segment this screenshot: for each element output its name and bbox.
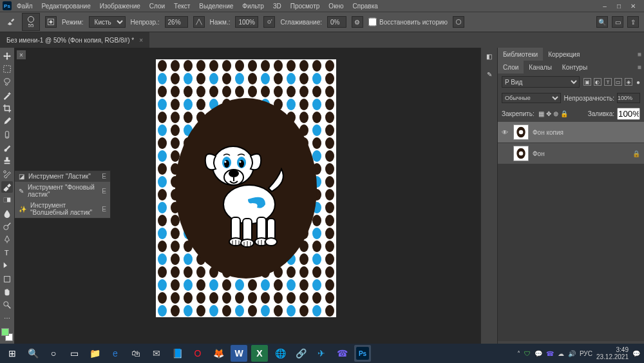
edit-toolbar-icon[interactable]: ⋯ xyxy=(1,313,13,324)
layer-row-bg[interactable]: Фон 🔒 xyxy=(498,143,644,164)
excel-icon[interactable]: X xyxy=(251,345,268,362)
layer-name[interactable]: Фон xyxy=(533,150,545,157)
history-brush-tool[interactable] xyxy=(1,168,13,179)
start-button[interactable]: ⊞ xyxy=(4,345,21,362)
store-icon[interactable]: 🛍 xyxy=(128,345,144,362)
dodge-tool[interactable] xyxy=(1,221,13,231)
menu-image[interactable]: Изображение xyxy=(96,1,144,11)
fill-input[interactable] xyxy=(617,108,640,120)
lock-artboard-icon[interactable]: ⊕ xyxy=(553,110,558,117)
eraser-tool[interactable] xyxy=(1,181,13,192)
shape-tool[interactable] xyxy=(1,273,13,284)
layer-filter-select[interactable]: P Вид xyxy=(502,76,580,88)
layers-panel-menu-icon[interactable]: ≡ xyxy=(635,61,644,74)
maximize-button[interactable]: □ xyxy=(614,1,623,10)
tray-cloud-icon[interactable]: ☁ xyxy=(558,350,564,357)
type-tool[interactable]: T xyxy=(1,247,13,258)
edge-icon[interactable]: 🌐 xyxy=(272,345,289,362)
hand-tool[interactable] xyxy=(1,286,13,297)
mail-icon[interactable]: ✉ xyxy=(148,345,165,362)
flow-input[interactable] xyxy=(235,16,258,28)
layer-thumbnail[interactable] xyxy=(513,146,529,161)
flyout-bg-eraser[interactable]: ✎ Инструмент "Фоновый ластик" E xyxy=(15,182,110,200)
tray-lang[interactable]: РУС xyxy=(580,350,592,357)
filter-toggle-icon[interactable]: ● xyxy=(636,79,640,86)
search-icon[interactable]: 🔍 xyxy=(24,345,41,362)
restore-history-input[interactable] xyxy=(368,16,377,28)
restore-history-checkbox[interactable]: Восстановить историю xyxy=(368,16,448,28)
airbrush-icon[interactable] xyxy=(263,16,275,28)
menu-help[interactable]: Справка xyxy=(349,1,382,11)
tab-channels[interactable]: Каналы xyxy=(524,61,557,74)
smooth-settings-icon[interactable]: ⚙ xyxy=(352,16,363,28)
menu-file[interactable]: Файл xyxy=(13,1,37,11)
tray-volume-icon[interactable]: 🔊 xyxy=(568,350,576,357)
workspace-icon[interactable]: ▭ xyxy=(612,16,623,28)
crop-tool[interactable] xyxy=(1,103,13,113)
ie-icon[interactable]: e xyxy=(107,345,124,362)
layer-name[interactable]: Фон копия xyxy=(533,129,564,136)
wand-tool[interactable] xyxy=(1,90,13,101)
healing-tool[interactable] xyxy=(1,129,13,140)
firefox-icon[interactable]: 🦊 xyxy=(210,345,227,362)
foreground-color-swatch[interactable] xyxy=(1,328,9,336)
blur-tool[interactable] xyxy=(1,208,13,219)
properties-panel-icon[interactable]: ✎ xyxy=(484,68,495,80)
filter-smart-icon[interactable]: ◈ xyxy=(625,78,632,86)
menu-window[interactable]: Окно xyxy=(325,1,347,11)
opera-icon[interactable]: O xyxy=(189,345,206,362)
top-panel-menu-icon[interactable]: ≡ xyxy=(635,48,644,61)
move-tool[interactable] xyxy=(1,50,13,61)
lasso-tool[interactable] xyxy=(1,77,13,88)
document-tab[interactable]: Без имени-1 @ 50% (Фон копия, RGB/8#) * … xyxy=(0,32,149,48)
photoshop-task-icon[interactable]: Ps xyxy=(354,345,371,362)
filter-type-icon[interactable]: T xyxy=(604,78,612,86)
share-icon[interactable]: ⇪ xyxy=(627,16,639,28)
tab-paths[interactable]: Контуры xyxy=(557,61,592,74)
canvas-close-icon[interactable]: × xyxy=(17,50,26,59)
tray-shield-icon[interactable]: 🛡 xyxy=(524,350,531,357)
color-swatches[interactable] xyxy=(1,328,13,340)
pressure-opacity-icon[interactable] xyxy=(193,16,205,28)
layer-opacity-input[interactable] xyxy=(617,93,640,103)
tray-clock[interactable]: 3:49 23.12.2021 xyxy=(596,346,629,360)
mode-select[interactable]: Кисть xyxy=(89,16,126,28)
flyout-eraser[interactable]: ◪ Инструмент "Ластик" E xyxy=(15,171,110,182)
lock-pixels-icon[interactable]: ▦ xyxy=(538,110,544,117)
stamp-tool[interactable] xyxy=(1,155,13,166)
filter-adjust-icon[interactable]: ◐ xyxy=(594,78,601,86)
zoom-tool[interactable] xyxy=(1,300,13,311)
layer-row-copy[interactable]: 👁 Фон копия xyxy=(498,122,644,143)
brush-tool[interactable] xyxy=(1,142,13,153)
cortana-icon[interactable]: ○ xyxy=(45,345,62,362)
menu-layer[interactable]: Слои xyxy=(146,1,169,11)
visibility-icon[interactable]: 👁 xyxy=(502,129,509,136)
lock-position-icon[interactable]: ✥ xyxy=(546,110,551,117)
menu-3d[interactable]: 3D xyxy=(269,1,285,11)
marquee-tool[interactable] xyxy=(1,63,13,74)
gradient-tool[interactable] xyxy=(1,195,13,206)
opacity-input[interactable] xyxy=(165,16,188,28)
brush-panel-icon[interactable] xyxy=(45,16,57,28)
tab-layers[interactable]: Слои xyxy=(498,61,524,74)
menu-select[interactable]: Выделение xyxy=(195,1,237,11)
notifications-icon[interactable]: 💬 xyxy=(632,350,640,357)
document-tab-close[interactable]: × xyxy=(139,37,143,44)
menu-edit[interactable]: Редактирование xyxy=(38,1,95,11)
brush-preset-picker[interactable]: 55 xyxy=(22,13,40,31)
menu-filter[interactable]: Фильтр xyxy=(238,1,268,11)
pressure-size-icon[interactable] xyxy=(453,16,464,28)
search-icon[interactable]: 🔍 xyxy=(596,16,608,28)
lock-all-icon[interactable]: 🔒 xyxy=(560,110,568,117)
flyout-magic-eraser[interactable]: ✨ Инструмент "Волшебный ластик" E xyxy=(15,200,110,218)
tray-up-icon[interactable]: ˄ xyxy=(517,350,520,357)
minimize-button[interactable]: – xyxy=(600,1,609,10)
smooth-input[interactable] xyxy=(327,16,346,28)
close-button[interactable]: ✕ xyxy=(629,1,638,10)
eyedropper-tool[interactable] xyxy=(1,116,13,127)
layer-thumbnail[interactable] xyxy=(513,124,529,140)
explorer-icon[interactable]: 📁 xyxy=(86,345,103,362)
app-icon-2[interactable]: 🔗 xyxy=(292,345,309,362)
viber-icon[interactable]: ☎ xyxy=(334,345,350,362)
menu-view[interactable]: Просмотр xyxy=(287,1,324,11)
